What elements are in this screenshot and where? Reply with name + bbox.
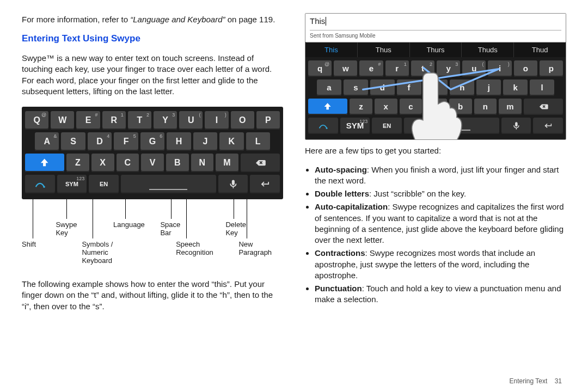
text-input-area: This Sent from Samsung Mobile bbox=[305, 14, 566, 42]
key-e[interactable]: e# bbox=[359, 60, 383, 77]
key-f[interactable]: F5 bbox=[114, 132, 138, 151]
suggestion-word[interactable]: Thus bbox=[358, 42, 410, 58]
key-l[interactable]: l bbox=[530, 79, 554, 96]
key-h[interactable]: h bbox=[450, 79, 474, 96]
label-language: Language bbox=[113, 221, 145, 229]
suggestion-word[interactable]: This bbox=[305, 42, 358, 58]
key-s[interactable]: S bbox=[61, 132, 85, 151]
suggestion-bar: ThisThusThursThudsThud bbox=[305, 42, 566, 58]
symbols-key[interactable]: 123 SYM bbox=[57, 175, 87, 193]
key-a[interactable]: A& bbox=[35, 132, 59, 151]
key-j[interactable]: j bbox=[476, 79, 501, 96]
key-t[interactable]: T2 bbox=[128, 111, 151, 130]
label-shift: Shift bbox=[22, 241, 36, 249]
key-l[interactable]: L bbox=[246, 132, 270, 151]
key-p[interactable]: P bbox=[256, 111, 280, 130]
tip-item: Double letters: Just “scribble” on the k… bbox=[315, 188, 566, 199]
d-language-key[interactable]: EN bbox=[372, 118, 402, 134]
key-d[interactable]: D4 bbox=[88, 132, 112, 151]
key-z[interactable]: Z bbox=[66, 154, 89, 172]
d-shift-key[interactable] bbox=[308, 99, 347, 115]
key-i[interactable]: I) bbox=[205, 111, 228, 130]
suggestion-word[interactable]: Thud bbox=[514, 42, 566, 58]
key-h[interactable]: H bbox=[167, 132, 191, 151]
typed-text: This bbox=[310, 16, 326, 26]
key-k[interactable]: K bbox=[219, 132, 243, 151]
d-symbols-key[interactable]: 123SYM bbox=[340, 118, 370, 134]
mic-key[interactable] bbox=[218, 175, 248, 193]
key-a[interactable]: a bbox=[317, 79, 341, 96]
key-v[interactable]: V bbox=[141, 154, 164, 172]
d-enter-key[interactable] bbox=[533, 118, 563, 134]
kb-row-3: ZXCVBNM bbox=[25, 154, 280, 172]
key-k[interactable]: k bbox=[503, 79, 528, 96]
space-bar[interactable] bbox=[121, 175, 216, 193]
footer-page: 31 bbox=[555, 377, 562, 385]
key-y[interactable]: y3 bbox=[437, 60, 460, 77]
key-b[interactable]: B bbox=[166, 154, 189, 172]
key-u[interactable]: U( bbox=[179, 111, 203, 130]
key-m[interactable]: M bbox=[216, 154, 238, 172]
key-b[interactable]: b bbox=[449, 99, 472, 115]
kb-row-3-letters: ZXCVBNM bbox=[66, 154, 238, 172]
key-j[interactable]: J bbox=[193, 132, 217, 151]
label-speech: Speech Recognition bbox=[176, 241, 213, 257]
key-o[interactable]: o bbox=[514, 60, 537, 77]
language-key[interactable]: EN bbox=[89, 175, 119, 193]
key-x[interactable]: x bbox=[375, 99, 397, 115]
svg-point-0 bbox=[43, 186, 45, 188]
d-swype-key[interactable] bbox=[308, 118, 338, 134]
key-e[interactable]: E# bbox=[76, 111, 100, 130]
d-delete-key[interactable] bbox=[524, 99, 563, 115]
dkb-row-3: zxcvbnm bbox=[308, 99, 563, 115]
key-r[interactable]: R1 bbox=[102, 111, 126, 130]
key-w[interactable]: W bbox=[51, 111, 74, 130]
tip-term: Double letters bbox=[315, 189, 369, 198]
key-p[interactable]: p bbox=[540, 60, 563, 77]
page-footer: Entering Text 31 bbox=[509, 377, 562, 385]
key-o[interactable]: O bbox=[231, 111, 254, 130]
suggestion-word[interactable]: Thurs bbox=[410, 42, 462, 58]
key-d[interactable]: d bbox=[370, 79, 395, 96]
label-delete: Delete Key bbox=[225, 221, 246, 237]
key-x[interactable]: X bbox=[91, 154, 114, 172]
key-y[interactable]: Y3 bbox=[154, 111, 177, 130]
key-f[interactable]: f bbox=[397, 79, 421, 96]
ref-title: “Language and Keyboard” bbox=[130, 15, 225, 24]
key-n[interactable]: n bbox=[474, 99, 497, 115]
key-s[interactable]: s bbox=[344, 79, 368, 96]
key-q[interactable]: q@ bbox=[308, 60, 332, 77]
sym-sup: 123 bbox=[76, 175, 84, 182]
d-space-bar[interactable] bbox=[404, 118, 499, 134]
shift-key[interactable] bbox=[25, 154, 64, 172]
key-q[interactable]: Q@ bbox=[25, 111, 48, 130]
key-g[interactable]: g bbox=[424, 79, 448, 96]
key-v[interactable]: v bbox=[424, 99, 447, 115]
key-t[interactable]: t2 bbox=[411, 60, 434, 77]
suggestion-word[interactable]: Thuds bbox=[462, 42, 514, 58]
dkb-row-3-letters: zxcvbnm bbox=[350, 99, 522, 115]
tip-item: Contractions: Swype recognizes most word… bbox=[315, 248, 566, 281]
key-g[interactable]: G6 bbox=[140, 132, 164, 151]
tip-term: Auto-capitalization bbox=[315, 202, 388, 211]
section-heading: Entering Text Using Swype bbox=[22, 33, 283, 45]
device-keyboard: q@we#r1t2y3u(i)op asdfghjkl zxcvbnm 123S… bbox=[305, 57, 566, 139]
key-n[interactable]: N bbox=[191, 154, 214, 172]
delete-key[interactable] bbox=[241, 154, 280, 172]
key-u[interactable]: u( bbox=[462, 60, 486, 77]
key-w[interactable]: w bbox=[334, 60, 357, 77]
key-c[interactable]: c bbox=[400, 99, 422, 115]
d-mic-key[interactable] bbox=[501, 118, 531, 134]
footer-section: Entering Text bbox=[509, 377, 547, 385]
reference-note: For more information, refer to “Language… bbox=[22, 14, 283, 25]
key-c[interactable]: C bbox=[117, 154, 139, 172]
tips-list: Auto-spacing: When you finish a word, ju… bbox=[305, 162, 566, 308]
key-m[interactable]: m bbox=[499, 99, 522, 115]
kb-row-1: Q@WE#R1T2Y3U(I)OP bbox=[25, 111, 280, 130]
tip-item: Auto-capitalization: Swype recognizes an… bbox=[315, 201, 566, 246]
key-r[interactable]: r1 bbox=[385, 60, 409, 77]
enter-key[interactable] bbox=[250, 175, 280, 193]
key-i[interactable]: i) bbox=[488, 60, 511, 77]
swype-key[interactable] bbox=[25, 175, 55, 193]
key-z[interactable]: z bbox=[350, 99, 372, 115]
